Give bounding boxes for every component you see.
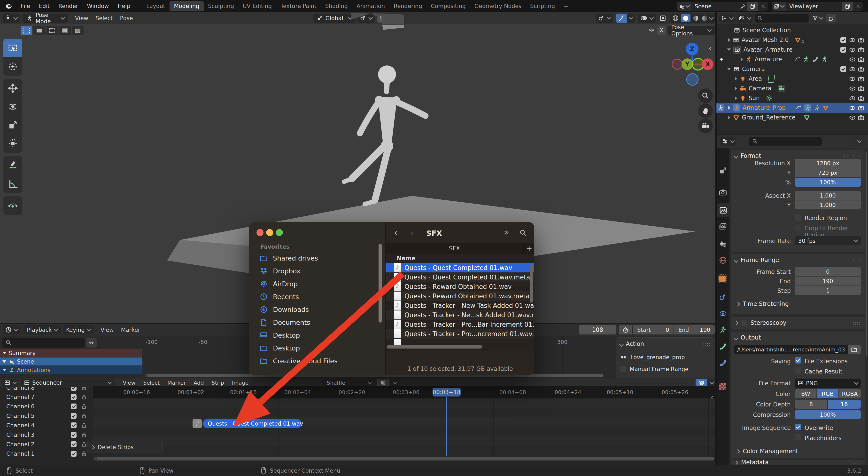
depth-16-option[interactable]: 16 xyxy=(828,400,861,409)
camera-visibility-icon[interactable] xyxy=(858,114,864,121)
toolbar-more-button[interactable]: » xyxy=(504,227,509,237)
column-name[interactable]: Name xyxy=(397,255,415,262)
outliner-row-camera-object[interactable]: Camera xyxy=(716,84,868,93)
stereoscopy-drag-dots[interactable]: :::: xyxy=(852,320,861,326)
tab-physics[interactable] xyxy=(719,293,727,301)
channel-row-3[interactable]: Channel 3 xyxy=(0,430,93,439)
remove-viewlayer-button[interactable]: × xyxy=(853,3,863,10)
unlink-scene-button[interactable]: × xyxy=(758,3,768,10)
new-viewlayer-button[interactable] xyxy=(842,2,853,11)
workspace-tab-scripting[interactable]: Scripting xyxy=(526,1,559,11)
sequencer-menu-strip[interactable]: Strip xyxy=(212,380,224,386)
frame-start-value[interactable]: 0 xyxy=(795,267,861,276)
outliner-search-field[interactable] xyxy=(755,14,809,23)
sequencer-menu-marker[interactable]: Marker xyxy=(167,380,186,386)
menu-file[interactable]: File xyxy=(21,3,30,9)
scene-selector[interactable]: Scene × xyxy=(677,2,768,11)
file-extensions-checkbox[interactable] xyxy=(795,357,801,363)
properties-options-dropdown[interactable] xyxy=(853,137,866,146)
workspace-tab-geometry-nodes[interactable]: Geometry Nodes xyxy=(470,1,526,11)
sequencer-menu-select[interactable]: Select xyxy=(143,380,160,386)
overwrite-checkbox[interactable] xyxy=(795,424,801,430)
expand-icon[interactable] xyxy=(728,38,731,42)
outliner-row-camera-collection[interactable]: Camera xyxy=(716,64,868,74)
tab-constraints[interactable] xyxy=(719,309,727,318)
metadata-drag-dots[interactable]: .... xyxy=(853,460,861,465)
sidebar-item-desktop-folder[interactable]: Desktop xyxy=(249,342,385,354)
outliner-row-ground-reference[interactable]: Ground_Reference xyxy=(716,113,868,122)
sequencer-editor-type-button[interactable] xyxy=(2,379,18,387)
sequencer-overlay-toggle[interactable] xyxy=(695,379,707,387)
outliner-filter-dropdown[interactable] xyxy=(811,14,824,23)
eye-icon[interactable] xyxy=(849,95,856,101)
tab-view-layer[interactable] xyxy=(719,222,727,231)
audio-strip[interactable]: Quests - Quest Completed 01.wav xyxy=(203,419,302,428)
outliner-row-sun[interactable]: Sun xyxy=(716,93,868,103)
workspace-tab-modeling[interactable]: Modeling xyxy=(169,1,204,11)
sequencer-menu-add[interactable]: Add xyxy=(193,380,204,386)
frame-end-value[interactable]: 190 xyxy=(795,276,861,286)
sidebar-scrollbar[interactable] xyxy=(378,244,382,323)
channel-row-6[interactable]: Channel 6 xyxy=(0,401,93,411)
sidebar-item-downloads[interactable]: Downloads xyxy=(249,303,385,316)
format-drag-dots[interactable]: :::: xyxy=(853,153,862,159)
channel-annotations[interactable]: Annotations xyxy=(0,366,143,374)
channel-summary[interactable]: Summary xyxy=(0,349,143,357)
close-button[interactable] xyxy=(256,229,264,236)
resolution-x-field[interactable]: 1280 px xyxy=(795,159,861,168)
time-stretching-row[interactable]: Time Stretching xyxy=(736,300,789,307)
render-region-checkbox[interactable] xyxy=(795,214,801,221)
file-row[interactable]: Quests - Tracker - New Task Added 01.wav xyxy=(385,301,534,310)
keying-dropdown[interactable]: Keying xyxy=(63,325,94,334)
timeline-menu-marker[interactable]: Marker xyxy=(121,327,140,333)
outliner-row-avatar-mesh[interactable]: Avatar Mesh 2.0 4 xyxy=(716,35,868,45)
frame-step-value[interactable]: 1 xyxy=(795,286,861,295)
viewlayer-selector[interactable]: ViewLayer × xyxy=(772,2,863,11)
sequencer-lanes[interactable]: ♪ Quests - Quest Completed 01.wav Delete… xyxy=(93,398,715,456)
metadata-panel[interactable]: Metadata .... xyxy=(731,460,865,465)
new-scene-button[interactable] xyxy=(747,2,758,11)
delete-strips-panel[interactable]: Delete Strips xyxy=(86,441,163,453)
eye-icon[interactable] xyxy=(849,56,856,63)
camera-visibility-icon[interactable] xyxy=(858,37,864,43)
scene-browse-icon[interactable] xyxy=(677,2,691,11)
tab-armature-data[interactable] xyxy=(719,326,727,334)
channel-row-2[interactable]: Channel 2 xyxy=(0,439,93,449)
eye-icon[interactable] xyxy=(849,66,856,72)
frame-range-drag-dots[interactable]: :::: xyxy=(853,257,862,263)
frame-range-collapse[interactable] xyxy=(734,258,738,263)
file-row[interactable]: Quests - Tracker - Ne...sk Added 01.wav.… xyxy=(385,310,534,320)
overlap-mode-dropdown[interactable]: Shuffle xyxy=(323,379,375,387)
frame-end-field[interactable]: End190 xyxy=(674,325,715,334)
sidebar-item-documents[interactable]: Documents xyxy=(249,316,385,329)
expand-icon[interactable] xyxy=(735,87,737,90)
expand-icon[interactable] xyxy=(728,116,731,119)
properties-scrollbar[interactable] xyxy=(866,152,867,356)
minimize-button[interactable] xyxy=(266,229,273,236)
pin-icon[interactable] xyxy=(739,3,746,9)
tab-render[interactable] xyxy=(719,188,727,197)
camera-visibility-icon[interactable] xyxy=(858,76,864,82)
manual-frame-range-checkbox[interactable] xyxy=(620,366,626,372)
expand-icon[interactable] xyxy=(728,106,731,110)
file-row[interactable]: Quests - Tracker - Pro...Bar Increment 0… xyxy=(385,320,534,329)
viewport-camera-view-button[interactable] xyxy=(698,119,713,133)
output-path-field[interactable]: /Users/martinshibu...rence/introAnim_03 xyxy=(734,345,848,354)
expand-icon[interactable] xyxy=(735,96,737,100)
timeline-search-field[interactable] xyxy=(2,338,85,348)
viewlayer-name[interactable]: ViewLayer xyxy=(786,3,842,9)
outliner-row-armature[interactable]: Armature xyxy=(716,55,868,64)
file-list-h-scrollbar[interactable] xyxy=(386,345,483,349)
output-path-browse-button[interactable] xyxy=(848,345,861,354)
sidebar-item-creative-cloud[interactable]: Creative Cloud Files xyxy=(249,355,385,367)
audio-strip-icon[interactable]: ♪ xyxy=(192,419,202,428)
color-rgb-option[interactable]: RGB xyxy=(817,389,838,398)
channel-row-8[interactable]: Channel 8 xyxy=(0,387,93,392)
aspect-x-field[interactable]: 1.000 xyxy=(795,191,861,200)
channel-row-7[interactable]: Channel 7 xyxy=(0,392,93,401)
color-bw-option[interactable]: BW xyxy=(795,389,816,398)
sidebar-item-shared-drives[interactable]: Shared drives xyxy=(249,252,385,264)
file-format-dropdown[interactable]: PNG xyxy=(795,379,861,388)
sidebar-item-dropbox[interactable]: Dropbox xyxy=(249,265,385,277)
channel-scene[interactable]: Scene xyxy=(0,357,143,365)
